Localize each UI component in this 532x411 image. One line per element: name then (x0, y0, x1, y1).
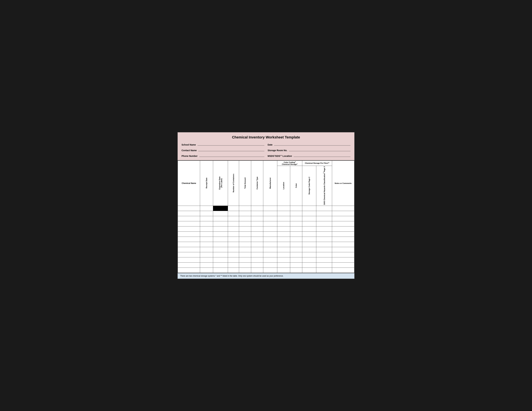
table-row (178, 211, 354, 216)
table-row (178, 206, 354, 211)
col-header-chem-storage-group: Chemical Storage Per Flinn** (302, 160, 332, 166)
table-row (178, 262, 354, 268)
ghs-text: GHS Chemical Hazards Classification5 Pag… (323, 166, 325, 205)
table-section: Chemical Name Receipt Date Expiration Da… (178, 160, 354, 273)
col-header-location: Location (277, 166, 290, 206)
cell-storage-code[interactable] (302, 211, 316, 216)
cell-notes[interactable] (332, 211, 354, 216)
color-coding-text: Color Coding4 (284, 161, 296, 163)
date-row: Date (268, 143, 351, 146)
cell-chemical-name[interactable] (178, 206, 200, 211)
col-header-exp-date: Expiration Date(Per Label) (213, 160, 228, 206)
left-form-col: School Name Contact Name Phone Number (181, 143, 264, 157)
phone-number-row: Phone Number (181, 154, 264, 157)
cell-total-amount[interactable] (239, 206, 251, 211)
table-header-row-1: Chemical Name Receipt Date Expiration Da… (178, 160, 354, 166)
form-fields: School Name Contact Name Phone Number Da… (181, 143, 351, 157)
cell-receipt-date[interactable] (200, 206, 213, 211)
col-header-chemical-name: Chemical Name (178, 160, 200, 206)
contact-name-input[interactable] (198, 148, 264, 151)
exp-date-text: Expiration Date(Per Label) (218, 177, 222, 189)
msds-input[interactable] (294, 154, 351, 157)
inventory-table: Chemical Name Receipt Date Expiration Da… (178, 160, 354, 273)
cell-manufacturer[interactable] (263, 211, 277, 216)
cell-container-type[interactable] (251, 206, 263, 211)
cell-location[interactable] (277, 211, 290, 216)
cell-total-amount[interactable] (239, 211, 251, 216)
col-header-total-amount: Total Amount (239, 160, 251, 206)
table-row (178, 257, 354, 262)
col-header-notes: Notes or Comments (332, 160, 354, 206)
right-form-col: Date Storage Room No. MSDS1/SDS2,3 Locat… (268, 143, 351, 157)
contact-name-label: Contact Name (181, 149, 197, 152)
storage-code-text: Storage Code Page 2 (308, 177, 310, 195)
col-header-storage-code: Storage Code Page 2 (302, 166, 316, 206)
storage-room-row: Storage Room No. (268, 148, 351, 152)
date-input[interactable] (274, 143, 351, 146)
chem-storage-text: Chemical Storage Per Flinn** (305, 162, 329, 164)
worksheet-container: Chemical Inventory Worksheet Template Sc… (177, 132, 355, 279)
chemical-storage-star: Chemical Storage* (282, 163, 297, 165)
table-row (178, 216, 354, 221)
footer-section: There are two chemical storage systems *… (178, 273, 354, 279)
cell-num-containers[interactable] (228, 206, 239, 211)
location-text: Location (283, 182, 285, 189)
contact-name-row: Contact Name (181, 148, 264, 152)
col-header-color: Color (290, 166, 302, 206)
cell-storage-code[interactable] (302, 206, 316, 211)
school-name-row: School Name (181, 143, 264, 146)
cell-location[interactable] (277, 206, 290, 211)
notes-text: Notes or Comments (335, 182, 352, 184)
cell-container-type[interactable] (251, 211, 263, 216)
msds-label: MSDS1/SDS2,3 Location (268, 155, 292, 157)
school-name-label: School Name (181, 143, 196, 146)
col-header-receipt-date: Receipt Date (200, 160, 213, 206)
table-row (178, 247, 354, 252)
cell-num-containers[interactable] (228, 211, 239, 216)
cell-color[interactable] (290, 206, 302, 211)
date-label: Date (268, 143, 272, 146)
cell-ghs[interactable] (316, 206, 332, 211)
container-type-text: Container Type (256, 177, 258, 189)
msds-row: MSDS1/SDS2,3 Location (268, 154, 351, 157)
col-header-color-coding-group: Color Coding4 Chemical Storage* (277, 160, 302, 166)
school-name-input[interactable] (198, 143, 264, 146)
cell-manufacturer[interactable] (263, 206, 277, 211)
storage-room-input[interactable] (289, 148, 351, 151)
col-header-num-containers: Number of Containers (228, 160, 239, 206)
receipt-date-text: Receipt Date (206, 177, 208, 188)
phone-number-input[interactable] (199, 154, 264, 157)
table-row (178, 242, 354, 247)
msds-sup2: 2,3 (280, 155, 282, 156)
cell-exp-date-black (213, 206, 228, 211)
cell-color[interactable] (290, 211, 302, 216)
cell-exp-date[interactable] (213, 211, 228, 216)
cell-ghs[interactable] (316, 211, 332, 216)
table-row (178, 226, 354, 232)
table-row (178, 252, 354, 257)
header-section: Chemical Inventory Worksheet Template Sc… (178, 132, 354, 160)
table-row (178, 221, 354, 226)
manufacturer-text: Manufacturer (269, 177, 271, 189)
cell-notes[interactable] (332, 206, 354, 211)
color-text: Color (295, 183, 297, 188)
col-header-ghs: GHS Chemical Hazards Classification5 Pag… (316, 166, 332, 206)
footer-text: There are two chemical storage systems *… (180, 275, 283, 277)
table-body (178, 206, 354, 273)
num-containers-text: Number of Containers (232, 174, 234, 192)
page-title: Chemical Inventory Worksheet Template (181, 135, 351, 140)
col-header-container-type: Container Type (251, 160, 263, 206)
total-amount-text: Total Amount (244, 177, 246, 189)
phone-number-label: Phone Number (181, 155, 198, 157)
cell-chemical-name[interactable] (178, 211, 200, 216)
col-header-manufacturer: Manufacturer (263, 160, 277, 206)
table-row (178, 268, 354, 273)
cell-receipt-date[interactable] (200, 211, 213, 216)
storage-room-label: Storage Room No. (268, 149, 287, 152)
table-row (178, 232, 354, 237)
table-row (178, 237, 354, 242)
msds-sup1: 1 (274, 155, 275, 156)
